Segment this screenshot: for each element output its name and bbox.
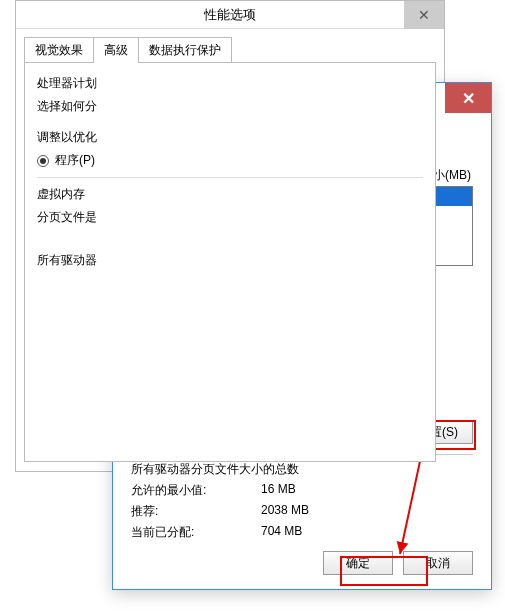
min-allowed-value: 16 MB: [261, 482, 296, 499]
performance-options-titlebar: 性能选项 ✕: [16, 1, 444, 29]
close-icon[interactable]: ✕: [404, 1, 444, 29]
recommended-label: 推荐:: [131, 503, 261, 520]
current-value: 704 MB: [261, 524, 302, 541]
cancel-button[interactable]: 取消: [403, 551, 473, 575]
processor-scheduling-heading: 处理器计划: [37, 75, 423, 92]
tab-dep[interactable]: 数据执行保护: [138, 37, 232, 63]
all-drives-label: 所有驱动器: [37, 252, 423, 269]
performance-options-title: 性能选项: [204, 6, 256, 24]
totals-heading: 所有驱动器分页文件大小的总数: [131, 461, 473, 478]
adjust-label: 调整以优化: [37, 129, 423, 146]
radio-programs-label: 程序(P): [55, 152, 95, 169]
processor-select-label: 选择如何分: [37, 98, 423, 115]
tabs: 视觉效果 高级 数据执行保护: [16, 29, 444, 63]
radio-programs[interactable]: [37, 155, 49, 167]
tab-advanced[interactable]: 高级: [93, 37, 139, 63]
current-label: 当前已分配:: [131, 524, 261, 541]
min-allowed-label: 允许的最小值:: [131, 482, 261, 499]
tab-body: 处理器计划 选择如何分 调整以优化 程序(P) 虚拟内存 分页文件是 所有驱动器: [24, 62, 436, 462]
performance-options-dialog: 性能选项 ✕ 视觉效果 高级 数据执行保护 处理器计划 选择如何分 调整以优化 …: [15, 0, 445, 472]
close-icon[interactable]: ✕: [445, 83, 491, 113]
recommended-value: 2038 MB: [261, 503, 309, 520]
pagefile-is-label: 分页文件是: [37, 209, 423, 226]
tab-visual-effects[interactable]: 视觉效果: [24, 37, 94, 63]
virtual-memory-heading: 虚拟内存: [37, 186, 423, 203]
ok-button[interactable]: 确定: [323, 551, 393, 575]
